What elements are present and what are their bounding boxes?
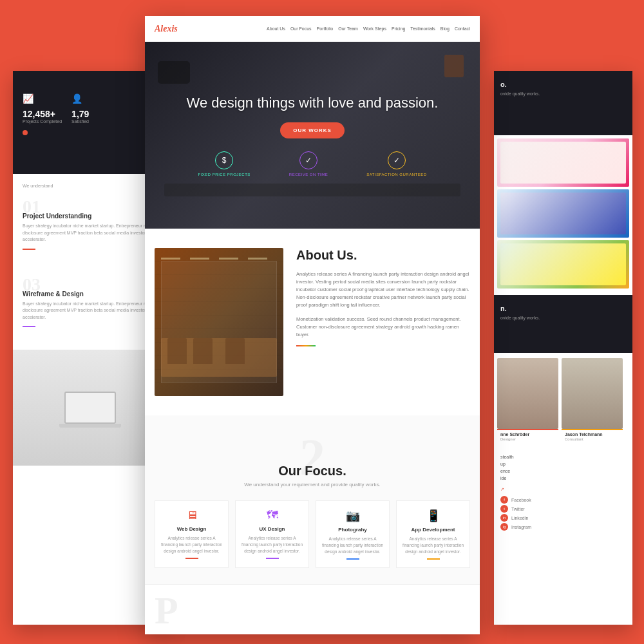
facebook-icon: f [500,496,508,504]
bottom-section-letter: P [155,591,470,630]
right-background-card: o. ovide quality works. n. ovide quality… [494,71,632,625]
service-web-design: 🖥 Web Design Analytics release series A … [155,500,229,568]
service-ux-design: 🗺 UX Design Analytics release series A f… [235,500,309,568]
nav-pricing[interactable]: Pricing [392,26,405,31]
nav-contact[interactable]: Contact [455,26,470,31]
ceiling-lights [155,258,283,260]
app-dev-text: Analytics release series A financing lau… [402,536,464,554]
social-twitter[interactable]: t Twitter [500,505,626,513]
keyboard-decoration [164,184,460,196]
left-background-card: 📈 12,458+ Projects Completed 👤 1,79 Sati… [13,71,167,625]
twitter-icon: t [500,505,508,513]
footer-nav-4: ide [500,475,626,482]
thumb-content-1 [500,142,626,184]
share-icon: ↗ [500,487,626,492]
chart-icon: 📈 [23,93,62,104]
twitter-label: Twitter [511,507,525,511]
left-white-section: We understand 01 Project Understanding B… [13,174,167,350]
nav-about[interactable]: About Us [267,26,285,31]
bottom-partial-section: P [145,584,480,634]
ux-design-icon: 🗺 [241,509,303,522]
focus-services-grid: 🖥 Web Design Analytics release series A … [155,500,470,568]
portfolio-thumb-2 [497,189,629,238]
nav-blog[interactable]: Blog [440,26,450,31]
process-item-1: 01 Project Understanding Buyer strategy … [23,198,158,250]
team-photo-1 [497,358,558,429]
instagram-icon: ig [500,523,508,531]
right-footer: stealth up ence ide ↗ f Facebook t Twitt… [494,448,632,536]
on-time-icon: ✓ [299,151,317,169]
about-paragraph-2: Monetization validation success. Seed ro… [296,316,470,339]
photography-icon: 📷 [321,509,384,523]
right-team-header: n. ovide quality works. [494,295,632,353]
hero-cta-button[interactable]: OUR WORKS [280,122,345,138]
web-design-icon: 🖥 [160,509,223,522]
team-name-2: Jason Telchmann [562,430,623,437]
photography-text: Analytics release series A financing lau… [321,536,384,554]
satisfied-label: Satisfied [71,119,89,124]
about-paragraph-1: Analytics release series A financing lau… [296,270,470,309]
laptop-illustration [64,392,116,424]
ux-design-line [266,558,279,559]
stat-item-satisfied: 👤 1,79 Satisfied [71,93,89,124]
left-dark-section: 📈 12,458+ Projects Completed 👤 1,79 Sati… [13,71,167,174]
right-portfolio-title: o. [494,71,632,91]
main-website-card: Alexis About Us Our Focus Portfolio Our … [145,16,480,634]
focus-section: 2 Our Focus. We understand your requirem… [145,415,480,584]
social-facebook[interactable]: f Facebook [500,496,626,504]
fixed-price-label: FIXED PRICE PROJECTS [198,173,251,176]
nav-testimonials[interactable]: Testimonials [410,26,435,31]
satisfied-number: 1,79 [71,109,89,119]
hero-title: We design things with love and passion. [187,94,439,113]
nav-portfolio[interactable]: Portfolio [317,26,334,31]
portfolio-thumb-1 [497,138,629,187]
about-office-image [155,248,283,396]
hero-badges-row: $ FIXED PRICE PROJECTS ✓ RECEIVE ON TIME… [198,151,427,176]
right-team-subtitle: ovide quality works. [494,316,632,320]
right-portfolio-subtitle: ovide quality works. [494,91,632,96]
left-image-section [13,350,167,466]
nav-worksteps[interactable]: Work Steps [363,26,386,31]
social-instagram[interactable]: ig Instagram [500,523,626,531]
hero-badge-fixed: $ FIXED PRICE PROJECTS [198,151,251,176]
social-links: ↗ f Facebook t Twitter in LinkedIn ig In… [500,487,626,531]
focus-title: Our Focus. [155,464,470,478]
process-title-1: Project Understanding [23,213,158,220]
fixed-price-icon: $ [215,151,233,169]
process-line-1 [23,249,35,250]
team-name-1: nne Schröder [497,430,558,437]
linkedin-label: LinkedIn [511,516,528,520]
person-icon: 👤 [71,93,89,104]
chair-2 [193,338,213,364]
hero-badge-time: ✓ RECEIVE ON TIME [289,151,328,176]
process-text-1: Buyer strategy incubator niche market st… [23,223,158,243]
web-design-title: Web Design [160,526,223,532]
nav-links: About Us Our Focus Portfolio Our Team Wo… [267,26,470,31]
ux-design-text: Analytics release series A financing lau… [241,535,303,554]
nav-focus[interactable]: Our Focus [290,26,312,31]
main-nav: Alexis About Us Our Focus Portfolio Our … [145,16,480,42]
coffee-decoration [444,55,464,77]
about-section: About Us. Analytics release series A fin… [145,229,480,415]
thumb-content-3 [500,243,626,285]
about-title: About Us. [296,248,470,263]
team-photo-2 [562,358,623,429]
service-app-dev: 📱 App Development Analytics release seri… [396,500,470,568]
social-linkedin[interactable]: in LinkedIn [500,514,626,522]
nav-team[interactable]: Our Team [338,26,358,31]
about-text-block: About Us. Analytics release series A fin… [296,248,470,396]
photography-line [346,558,359,560]
process-title-3: Wireframe & Design [23,290,158,298]
section-label: We understand [23,184,158,188]
projects-label: Projects Completed [23,119,62,124]
right-dark-header: o. ovide quality works. [494,71,632,135]
hero-badge-satisfaction: ✓ SATISFACTION GURANTEED [366,151,426,176]
ux-design-title: UX Design [241,526,303,532]
footer-nav-1: stealth [500,453,626,460]
right-team-title: n. [494,295,632,316]
service-photography: 📷 Photograhy Analytics release series A … [316,500,390,568]
right-portfolio-grid [494,135,632,292]
stat-item-projects: 📈 12,458+ Projects Completed [23,93,62,124]
on-time-label: RECEIVE ON TIME [289,173,328,176]
stats-row: 📈 12,458+ Projects Completed 👤 1,79 Sati… [23,93,158,124]
